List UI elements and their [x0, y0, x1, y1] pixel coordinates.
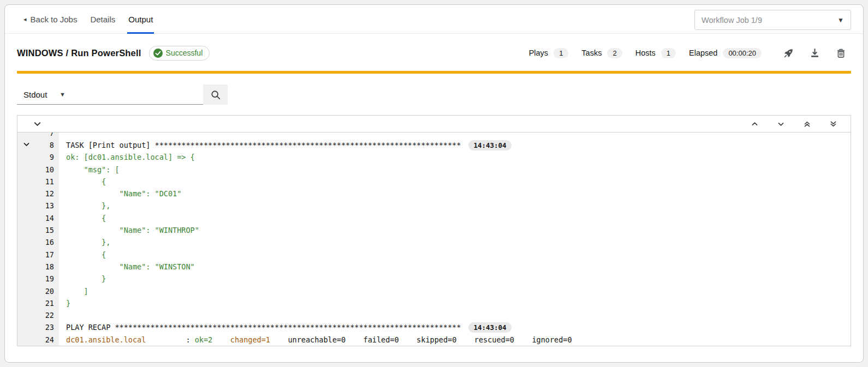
chevron-down-icon [777, 121, 784, 128]
stat-plays: Plays1 [529, 48, 569, 58]
workflow-job-select[interactable]: Workflow Job 1/9 ▼ [694, 10, 851, 30]
expander-cell [17, 249, 35, 261]
line-content: ok: [dc01.ansible.local] => { [59, 151, 851, 163]
caret-left-icon: ◂ [23, 16, 27, 23]
stat-label: Plays [529, 49, 548, 57]
line-number: 19 [35, 273, 59, 285]
log-line-21: 21} [17, 297, 851, 309]
search-field-select[interactable]: Stdout ▼ [17, 85, 72, 105]
download-icon [810, 49, 819, 58]
line-number: 8 [35, 139, 59, 151]
log-line-14: 14 { [17, 212, 851, 224]
log-line-10: 10 "msg": [ [17, 164, 851, 176]
line-number: 24 [35, 334, 59, 346]
line-content: }, [59, 200, 851, 212]
download-output-button[interactable] [804, 44, 825, 62]
log-segment: }, [66, 200, 110, 212]
chevron-up-icon [751, 121, 758, 128]
log-segment: ] [66, 285, 88, 297]
trash-icon [836, 49, 846, 58]
log-segment: ok: [dc01.ansible.local] => { [66, 151, 195, 163]
scroll-top-button[interactable] [794, 116, 820, 132]
line-content: { [59, 249, 851, 261]
chevron-down-icon [23, 141, 30, 148]
delete-job-button[interactable] [830, 44, 851, 62]
log-segment [212, 334, 230, 346]
collapse-all-button[interactable] [22, 116, 48, 132]
back-to-jobs-link[interactable]: ◂ Back to Jobs [17, 5, 84, 34]
timestamp-badge: 14:43:04 [468, 322, 511, 333]
search-row: Stdout ▼ [17, 85, 851, 105]
log-segment: ok=2 [195, 334, 213, 346]
scroll-bottom-button[interactable] [820, 116, 846, 132]
relaunch-button[interactable] [778, 44, 799, 62]
log-segment: { [66, 249, 106, 261]
expander-cell [17, 273, 35, 285]
line-content: } [59, 273, 851, 285]
expander-cell [17, 285, 35, 297]
line-number: 11 [35, 176, 59, 188]
expander-cell [17, 133, 35, 139]
log-segment: } [66, 273, 106, 285]
log-line-17: 17 { [17, 249, 851, 261]
caret-down-icon: ▼ [837, 16, 844, 24]
tab-details[interactable]: Details [84, 5, 122, 34]
log-segment: "Name": "WINTHROP" [66, 224, 199, 236]
expander-cell [17, 321, 35, 333]
log-segment: }, [66, 236, 110, 248]
log-segment: : [146, 334, 194, 346]
expander-cell [17, 309, 35, 321]
expander-cell [17, 334, 35, 346]
stat-label: Tasks [581, 49, 602, 57]
line-number: 12 [35, 188, 59, 200]
line-content: "Name": "WINTHROP" [59, 224, 851, 236]
log-line-9: 9ok: [dc01.ansible.local] => { [17, 151, 851, 163]
search-input[interactable] [72, 85, 203, 105]
line-content: "Name": "WINSTON" [59, 261, 851, 273]
search-field-select-value: Stdout [23, 90, 47, 99]
status-badge-label: Successful [166, 49, 203, 57]
job-stats: Plays1Tasks2Hosts1Elapsed00:00:20 [529, 48, 775, 58]
log-line-8: 8TASK [Print output] *******************… [17, 139, 851, 151]
expander-cell [17, 297, 35, 309]
expander-cell [17, 188, 35, 200]
log-line-20: 20 ] [17, 285, 851, 297]
output-panel: 78TASK [Print output] ******************… [17, 115, 851, 346]
stat-value-badge: 1 [554, 48, 568, 58]
expander-cell [17, 164, 35, 176]
tab-output[interactable]: Output [122, 5, 159, 34]
line-content [59, 309, 851, 321]
log-line-23: 23PLAY RECAP ***************************… [17, 321, 851, 333]
tab-output-label: Output [128, 15, 153, 24]
line-number: 14 [35, 212, 59, 224]
log-line-16: 16 }, [17, 236, 851, 248]
stat-value-badge: 1 [661, 48, 676, 58]
job-status-bar [17, 71, 851, 74]
expander-cell [17, 212, 35, 224]
line-content: } [59, 297, 851, 309]
search-button[interactable] [203, 85, 228, 105]
expander-cell [17, 224, 35, 236]
log-segment: dc01.ansible.local [66, 334, 146, 346]
log-segment: "Name": "DC01" [66, 188, 181, 200]
line-number: 18 [35, 261, 59, 273]
chevron-down-icon [34, 121, 41, 128]
double-chevron-up-icon [804, 121, 811, 128]
line-content: dc01.ansible.local : ok=2 changed=1 unre… [59, 334, 851, 346]
task-expander[interactable] [17, 139, 35, 151]
line-number: 15 [35, 224, 59, 236]
line-content: }, [59, 236, 851, 248]
line-content: TASK [Print output] ********************… [59, 139, 851, 151]
stat-value-badge: 00:00:20 [723, 48, 762, 58]
stat-label: Elapsed [689, 49, 717, 57]
log-line-18: 18 "Name": "WINSTON" [17, 261, 851, 273]
output-toolbar [17, 116, 851, 133]
log-segment: TASK [Print output] ********************… [66, 139, 461, 151]
expander-cell [17, 261, 35, 273]
next-match-button[interactable] [768, 116, 794, 132]
line-content: { [59, 176, 851, 188]
tab-details-label: Details [90, 15, 115, 24]
line-content: ] [59, 285, 851, 297]
previous-match-button[interactable] [741, 116, 768, 132]
check-circle-icon [153, 49, 163, 58]
